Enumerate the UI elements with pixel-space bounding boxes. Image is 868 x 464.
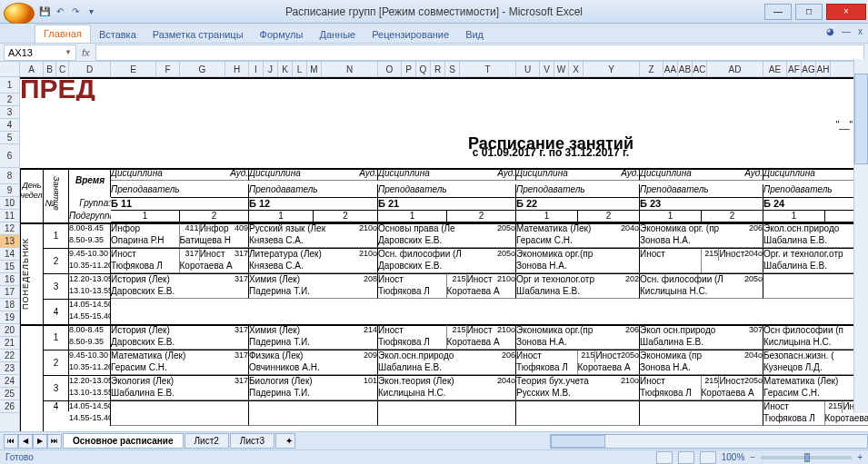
col-header-I[interactable]: I	[249, 62, 264, 76]
disc-mon-2-2[interactable]: Иност215Иност210о	[378, 273, 516, 286]
col-header-D[interactable]: D	[69, 62, 111, 76]
sheet-tab-3[interactable]: Лист3	[230, 433, 274, 449]
disc-mon-1-3[interactable]: Экономика орг.(пр	[516, 248, 640, 261]
teach-tue-1-2[interactable]: Шабалина Е.В.	[378, 362, 516, 375]
col-header-AD[interactable]: AD	[707, 62, 763, 76]
col-header-L[interactable]: L	[293, 62, 307, 76]
teach-tue-0-0[interactable]: Даровских Е.В.	[111, 337, 249, 350]
teach-mon-0-3[interactable]: Герасим С.Н.	[516, 235, 640, 248]
hdr-teach-4[interactable]: Преподаватель	[640, 184, 763, 197]
slot-num-tue-1[interactable]: 2	[44, 350, 69, 375]
subgrp-0-1[interactable]: 1	[111, 210, 180, 222]
hdr-disc-5[interactable]: ДисциплинаАуд.	[763, 168, 868, 181]
teach-tue-0-1[interactable]: Падерина Т.И.	[249, 337, 378, 350]
ribbon-tab-data[interactable]: Данные	[311, 26, 364, 43]
subgrp-4-2[interactable]: 2	[702, 210, 763, 222]
ribbon-tab-home[interactable]: Главная	[35, 25, 91, 43]
col-header-AH[interactable]: AH	[816, 62, 831, 76]
disc-mon-0-5[interactable]: Экол.осн.природо202	[763, 222, 868, 235]
teach-tue-1-1[interactable]: Овчинников А.Н.	[249, 362, 378, 375]
hdr-teach-5[interactable]: Преподаватель	[763, 184, 868, 197]
qat-redo-icon[interactable]: ↷	[68, 5, 83, 19]
teach-tue-3-2[interactable]	[378, 413, 516, 426]
disc-mon-2-0[interactable]: История (Лек)317	[111, 273, 249, 286]
formula-input[interactable]	[95, 44, 864, 61]
ribbon-tab-review[interactable]: Рецензирование	[364, 26, 457, 43]
worksheet-grid[interactable]: ABCDEFGHIJKLMNOPQRSTUVWXYZAAABACADAEAFAG…	[0, 62, 868, 446]
disc-mon-0-2[interactable]: Основы права (Ле205о	[378, 222, 516, 235]
hdr-teach-3[interactable]: Преподаватель	[516, 184, 640, 197]
slot-num-tue-0[interactable]: 1	[44, 324, 69, 350]
col-header-V[interactable]: V	[540, 62, 554, 76]
qat-save-icon[interactable]: 💾	[37, 5, 52, 19]
col-header-M[interactable]: M	[307, 62, 322, 76]
ribbon-tab-insert[interactable]: Вставка	[91, 26, 145, 43]
slot-t2-tue-0[interactable]: 8.50-9.35	[69, 337, 111, 350]
hdr-time[interactable]: Время	[69, 168, 111, 193]
ribbon-tab-view[interactable]: Вид	[457, 26, 492, 43]
col-header-E[interactable]: E	[111, 62, 156, 76]
zoom-out-button[interactable]: −	[750, 452, 755, 462]
hdr-disc-0[interactable]: ДисциплинаАуд.	[111, 168, 249, 181]
zoom-thumb[interactable]	[804, 453, 810, 462]
window-maximize-button[interactable]: □	[795, 4, 823, 20]
disc-mon-0-4[interactable]: Экономика орг. (пр206	[640, 222, 763, 235]
col-header-AC[interactable]: AC	[693, 62, 707, 76]
teach-mon-2-3[interactable]: Шабалина Е.В.	[516, 286, 640, 299]
col-header-S[interactable]: S	[445, 62, 460, 76]
row-header-21[interactable]: 21	[0, 337, 19, 350]
row-header-18[interactable]: 18	[0, 299, 19, 311]
slot-t1-mon-2[interactable]: 12.20-13.05	[69, 273, 111, 286]
disc-tue-1-5[interactable]: Безопасн.жизн. (202	[763, 350, 868, 362]
teach-tue-3-0[interactable]	[111, 413, 249, 426]
slot-num-mon-2[interactable]: 3	[44, 273, 69, 299]
col-header-T[interactable]: T	[460, 62, 516, 76]
name-box[interactable]: AX13 ▼	[4, 44, 76, 61]
col-header-R[interactable]: R	[431, 62, 445, 76]
cell-pred[interactable]: ПРЕД	[20, 77, 129, 101]
disc-tue-3-0[interactable]	[111, 400, 249, 413]
disc-mon-1-0[interactable]: Иност317Иност317	[111, 248, 249, 261]
hdr-disc-3[interactable]: ДисциплинаАуд.	[516, 168, 640, 181]
disc-tue-2-1[interactable]: Биология (Лек)101	[249, 375, 378, 388]
day-tue[interactable]: ВТОРНИК	[20, 324, 44, 446]
slot-t1-mon-0[interactable]: 8.00-8.45	[69, 222, 111, 235]
sheet-cells[interactable]: ПРЕДУТВЕРЖДАЮДиректор Вятский Государств…	[20, 77, 868, 446]
col-header-G[interactable]: G	[180, 62, 225, 76]
col-header-AB[interactable]: AB	[678, 62, 693, 76]
col-header-AE[interactable]: AE	[763, 62, 787, 76]
teach-mon-0-1[interactable]: Князева С.А.	[249, 235, 378, 248]
disc-tue-1-0[interactable]: Математика (Лек)317	[111, 350, 249, 362]
disc-tue-2-5[interactable]: Математика (Лек)202	[763, 375, 868, 388]
disc-tue-0-1[interactable]: Химия (Лек)214	[249, 324, 378, 337]
subgrp-4-1[interactable]: 1	[640, 210, 702, 222]
row-header-15[interactable]: 15	[0, 261, 19, 273]
sheet-nav-prev-icon[interactable]: ◀	[18, 434, 33, 449]
col-header-H[interactable]: H	[225, 62, 249, 76]
teach-mon-2-5[interactable]	[763, 286, 868, 299]
col-header-W[interactable]: W	[554, 62, 569, 76]
hdr-pod[interactable]: Подгруппа:	[69, 210, 111, 222]
view-normal-button[interactable]	[656, 451, 673, 464]
disc-mon-0-1[interactable]: Русский язык (Лек210о	[249, 222, 378, 235]
qat-dropdown-icon[interactable]: ▾	[84, 5, 98, 19]
hdr-disc-4[interactable]: ДисциплинаАуд.	[640, 168, 763, 181]
disc-tue-0-4[interactable]: Экол осн.природо307	[640, 324, 763, 337]
subgrp-3-2[interactable]: 2	[578, 210, 640, 222]
row-header-12[interactable]: 12	[0, 222, 19, 235]
ribbon-minimize-icon[interactable]: —	[842, 26, 851, 36]
disc-tue-2-0[interactable]: Экология (Лек)317	[111, 375, 249, 388]
teach-mon-1-3[interactable]: Зонова Н.А.	[516, 261, 640, 273]
window-close-button[interactable]: ×	[826, 4, 866, 20]
row-header-10[interactable]: 10	[0, 197, 19, 210]
vertical-scrollbar[interactable]	[853, 59, 868, 413]
col-header-Z[interactable]: Z	[640, 62, 663, 76]
h-scroll-thumb[interactable]	[551, 435, 605, 448]
subgrp-2-2[interactable]: 2	[447, 210, 516, 222]
ribbon-close-icon[interactable]: x	[858, 26, 863, 36]
slot-t2-tue-1[interactable]: 10.35-11.20	[69, 362, 111, 375]
hdr-teach-2[interactable]: Преподаватель	[378, 184, 516, 197]
subgrp-1-1[interactable]: 1	[249, 210, 314, 222]
slot-t1-mon-1[interactable]: 9.45-10.30	[69, 248, 111, 261]
slot-t2-tue-2[interactable]: 13.10-13.55	[69, 388, 111, 400]
